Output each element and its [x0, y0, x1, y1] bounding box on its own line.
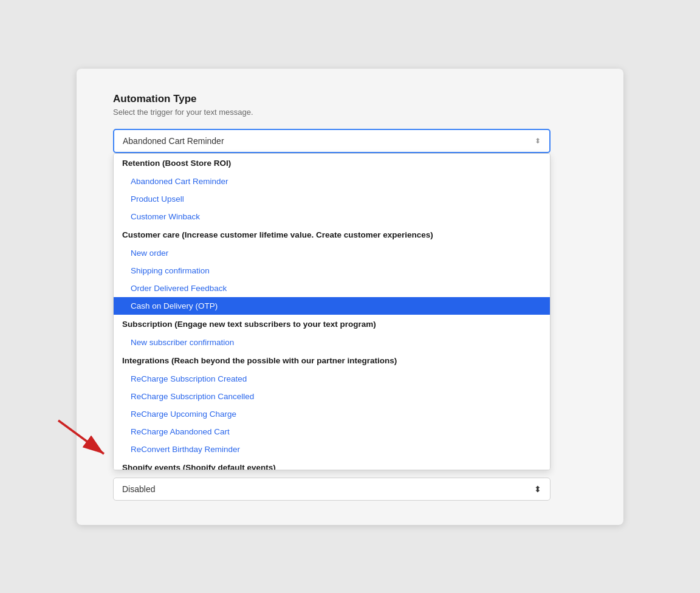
automation-title: Automation Type	[113, 93, 587, 105]
dropdown-scroll-area[interactable]: Retention (Boost Store ROI) Abandoned Ca…	[114, 154, 550, 470]
automation-subtitle: Select the trigger for your text message…	[113, 108, 587, 117]
bottom-disabled-select[interactable]: Disabled ⬍	[113, 478, 551, 501]
item-recharge-abandoned-cart[interactable]: ReCharge Abandoned Cart	[114, 423, 550, 440]
automation-type-select[interactable]: Abandoned Cart Reminder ⬍	[113, 129, 551, 153]
dropdown-wrapper: Retention (Boost Store ROI) Abandoned Ca…	[113, 153, 587, 501]
dropdown-list: Retention (Boost Store ROI) Abandoned Ca…	[113, 153, 551, 470]
item-cash-on-delivery[interactable]: Cash on Delivery (OTP)	[114, 297, 550, 315]
red-arrow-indicator	[46, 408, 119, 469]
item-abandoned-cart[interactable]: Abandoned Cart Reminder	[114, 173, 550, 190]
item-recharge-subscription-cancelled[interactable]: ReCharge Subscription Cancelled	[114, 388, 550, 405]
item-reconvert-birthday[interactable]: ReConvert Birthday Reminder	[114, 440, 550, 458]
select-arrow-icon: ⬍	[535, 137, 541, 145]
item-product-upsell[interactable]: Product Upsell	[114, 190, 550, 208]
item-customer-winback[interactable]: Customer Winback	[114, 208, 550, 225]
bottom-select-value: Disabled	[122, 484, 155, 494]
group-header-subscription: Subscription (Engage new text subscriber…	[114, 315, 550, 334]
select-current-value: Abandoned Cart Reminder	[123, 136, 224, 146]
group-header-customer-care: Customer care (Increase customer lifetim…	[114, 225, 550, 244]
bottom-select-arrow: ⬍	[534, 484, 541, 494]
group-header-shopify: Shopify events (Shopify default events)	[114, 458, 550, 470]
item-new-subscriber[interactable]: New subscriber confirmation	[114, 334, 550, 351]
group-header-integrations: Integrations (Reach beyond the possible …	[114, 351, 550, 370]
svg-line-1	[58, 420, 104, 454]
item-shipping-confirmation[interactable]: Shipping confirmation	[114, 262, 550, 279]
item-recharge-upcoming-charge[interactable]: ReCharge Upcoming Charge	[114, 405, 550, 423]
item-order-delivered[interactable]: Order Delivered Feedback	[114, 279, 550, 297]
automation-section: Automation Type Select the trigger for y…	[113, 93, 587, 117]
group-header-retention: Retention (Boost Store ROI)	[114, 154, 550, 173]
item-new-order[interactable]: New order	[114, 244, 550, 262]
item-recharge-subscription-created[interactable]: ReCharge Subscription Created	[114, 370, 550, 388]
page-card: Automation Type Select the trigger for y…	[77, 69, 623, 525]
